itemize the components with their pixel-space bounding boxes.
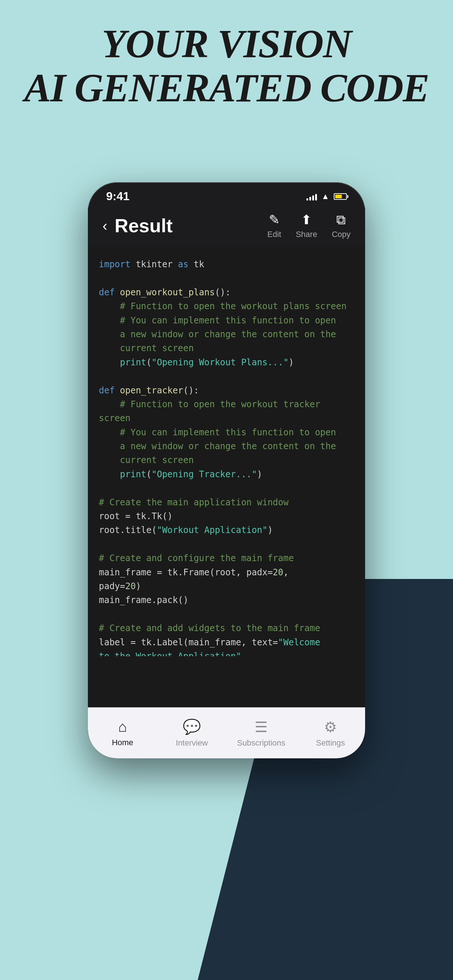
code-area: import tkinter as tk def open_workout_pl…: [88, 247, 365, 758]
edit-label: Edit: [267, 230, 281, 239]
subscriptions-icon: ☰: [255, 719, 268, 735]
tab-subscriptions-label: Subscriptions: [237, 738, 285, 748]
copy-icon: ⧉: [336, 212, 346, 228]
copy-label: Copy: [332, 230, 351, 239]
status-bar: 9:41 ▲: [88, 182, 365, 207]
header-line1: YOUR VISION: [22, 22, 431, 66]
status-icons: ▲: [306, 192, 347, 201]
code-content: import tkinter as tk def open_workout_pl…: [88, 247, 365, 656]
tab-interview[interactable]: 💬 Interview: [157, 718, 226, 748]
share-label: Share: [296, 230, 317, 239]
tab-subscriptions[interactable]: ☰ Subscriptions: [226, 719, 296, 748]
wifi-icon: ▲: [321, 192, 329, 201]
share-button[interactable]: ⬆ Share: [296, 212, 317, 239]
interview-icon: 💬: [183, 718, 201, 735]
header-line2: AI GENERATED CODE: [22, 66, 431, 110]
app-bar-actions: ✎ Edit ⬆ Share ⧉ Copy: [267, 212, 351, 239]
home-icon: ⌂: [118, 719, 127, 735]
tab-interview-label: Interview: [176, 738, 208, 748]
phone-content: 9:41 ▲ ‹ Res: [88, 182, 365, 758]
edit-icon: ✎: [269, 212, 280, 228]
share-icon: ⬆: [301, 212, 312, 228]
status-time: 9:41: [106, 189, 129, 203]
tab-settings[interactable]: ⚙ Settings: [296, 719, 365, 748]
tab-home-label: Home: [112, 738, 134, 748]
header-title: YOUR VISION AI GENERATED CODE: [0, 22, 453, 110]
tab-settings-label: Settings: [316, 738, 345, 748]
page-title: Result: [115, 215, 172, 237]
code-block: import tkinter as tk def open_workout_pl…: [99, 258, 354, 656]
tab-home[interactable]: ⌂ Home: [88, 719, 157, 748]
phone-mockup: 9:41 ▲ ‹ Res: [88, 182, 365, 758]
app-bar: ‹ Result ✎ Edit ⬆ Share ⧉ Copy: [88, 207, 365, 247]
copy-button[interactable]: ⧉ Copy: [332, 212, 351, 239]
edit-button[interactable]: ✎ Edit: [267, 212, 281, 239]
tab-bar: ⌂ Home 💬 Interview ☰ Subscriptions ⚙ Set…: [88, 707, 365, 758]
signal-icon: [306, 192, 317, 200]
back-button[interactable]: ‹: [102, 218, 107, 234]
battery-icon: [334, 193, 347, 200]
phone-frame: 9:41 ▲ ‹ Res: [88, 182, 365, 758]
app-bar-left: ‹ Result: [102, 215, 172, 237]
settings-icon: ⚙: [324, 719, 337, 735]
